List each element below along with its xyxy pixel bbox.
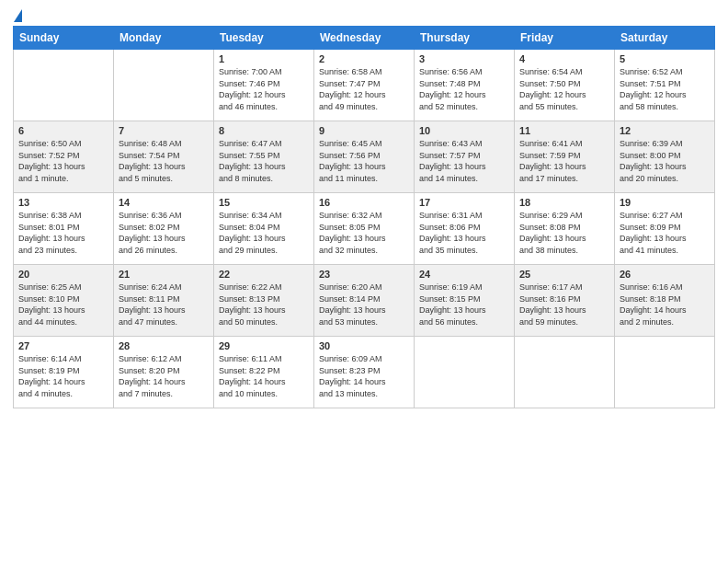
calendar-cell: 14Sunrise: 6:36 AM Sunset: 8:02 PM Dayli… — [114, 193, 214, 265]
day-number: 11 — [519, 125, 609, 136]
calendar-cell — [114, 50, 214, 121]
day-info: Sunrise: 6:16 AM Sunset: 8:18 PM Dayligh… — [620, 282, 710, 327]
calendar-cell — [615, 337, 715, 408]
calendar-cell: 12Sunrise: 6:39 AM Sunset: 8:00 PM Dayli… — [615, 121, 715, 193]
calendar-day-header: Sunday — [14, 27, 114, 50]
calendar-cell: 1Sunrise: 7:00 AM Sunset: 7:46 PM Daylig… — [214, 50, 314, 121]
day-number: 23 — [319, 269, 409, 280]
day-info: Sunrise: 6:38 AM Sunset: 8:01 PM Dayligh… — [18, 210, 108, 256]
day-number: 2 — [319, 53, 409, 64]
day-number: 10 — [419, 125, 509, 136]
day-number: 20 — [18, 269, 108, 280]
day-number: 27 — [18, 340, 108, 351]
day-number: 5 — [620, 53, 710, 64]
day-info: Sunrise: 6:47 AM Sunset: 7:55 PM Dayligh… — [219, 138, 309, 184]
day-info: Sunrise: 6:48 AM Sunset: 7:54 PM Dayligh… — [119, 138, 209, 184]
day-number: 12 — [620, 125, 710, 136]
header — [13, 9, 715, 18]
day-number: 28 — [119, 340, 209, 351]
day-info: Sunrise: 6:29 AM Sunset: 8:08 PM Dayligh… — [519, 210, 609, 256]
day-number: 9 — [319, 125, 409, 136]
calendar-cell: 30Sunrise: 6:09 AM Sunset: 8:23 PM Dayli… — [314, 337, 415, 408]
day-number: 18 — [519, 197, 609, 208]
calendar-week-row: 13Sunrise: 6:38 AM Sunset: 8:01 PM Dayli… — [14, 193, 715, 265]
day-number: 25 — [519, 269, 609, 280]
calendar-cell: 5Sunrise: 6:52 AM Sunset: 7:51 PM Daylig… — [615, 50, 715, 121]
day-number: 24 — [419, 269, 509, 280]
calendar-cell: 3Sunrise: 6:56 AM Sunset: 7:48 PM Daylig… — [415, 50, 515, 121]
calendar-cell: 6Sunrise: 6:50 AM Sunset: 7:52 PM Daylig… — [14, 121, 114, 193]
day-info: Sunrise: 6:50 AM Sunset: 7:52 PM Dayligh… — [18, 138, 108, 184]
calendar-week-row: 20Sunrise: 6:25 AM Sunset: 8:10 PM Dayli… — [14, 265, 715, 337]
calendar-cell: 27Sunrise: 6:14 AM Sunset: 8:19 PM Dayli… — [14, 337, 114, 408]
calendar-cell: 25Sunrise: 6:17 AM Sunset: 8:16 PM Dayli… — [515, 265, 615, 337]
day-info: Sunrise: 6:31 AM Sunset: 8:06 PM Dayligh… — [419, 210, 509, 256]
day-number: 17 — [419, 197, 509, 208]
calendar-day-header: Saturday — [615, 27, 715, 50]
calendar-cell: 9Sunrise: 6:45 AM Sunset: 7:56 PM Daylig… — [314, 121, 415, 193]
calendar-cell: 26Sunrise: 6:16 AM Sunset: 8:18 PM Dayli… — [615, 265, 715, 337]
calendar-day-header: Wednesday — [314, 27, 415, 50]
calendar-cell: 19Sunrise: 6:27 AM Sunset: 8:09 PM Dayli… — [615, 193, 715, 265]
day-number: 8 — [219, 125, 309, 136]
day-number: 29 — [219, 340, 309, 351]
day-number: 16 — [319, 197, 409, 208]
calendar-cell: 18Sunrise: 6:29 AM Sunset: 8:08 PM Dayli… — [515, 193, 615, 265]
day-number: 7 — [119, 125, 209, 136]
day-number: 1 — [219, 53, 309, 64]
calendar-cell: 20Sunrise: 6:25 AM Sunset: 8:10 PM Dayli… — [14, 265, 114, 337]
day-info: Sunrise: 6:17 AM Sunset: 8:16 PM Dayligh… — [519, 282, 609, 327]
calendar-cell — [515, 337, 615, 408]
calendar-cell: 23Sunrise: 6:20 AM Sunset: 8:14 PM Dayli… — [314, 265, 415, 337]
day-number: 3 — [419, 53, 509, 64]
day-number: 19 — [620, 197, 710, 208]
calendar-cell: 11Sunrise: 6:41 AM Sunset: 7:59 PM Dayli… — [515, 121, 615, 193]
calendar-cell: 8Sunrise: 6:47 AM Sunset: 7:55 PM Daylig… — [214, 121, 314, 193]
calendar-header-row: SundayMondayTuesdayWednesdayThursdayFrid… — [14, 27, 715, 50]
day-info: Sunrise: 7:00 AM Sunset: 7:46 PM Dayligh… — [219, 66, 309, 112]
page-container: SundayMondayTuesdayWednesdayThursdayFrid… — [0, 0, 728, 563]
calendar-day-header: Tuesday — [214, 27, 314, 50]
calendar-day-header: Monday — [114, 27, 214, 50]
calendar-cell: 21Sunrise: 6:24 AM Sunset: 8:11 PM Dayli… — [114, 265, 214, 337]
day-info: Sunrise: 6:54 AM Sunset: 7:50 PM Dayligh… — [519, 66, 609, 112]
day-number: 22 — [219, 269, 309, 280]
day-info: Sunrise: 6:56 AM Sunset: 7:48 PM Dayligh… — [419, 66, 509, 112]
calendar-day-header: Thursday — [415, 27, 515, 50]
calendar-cell: 29Sunrise: 6:11 AM Sunset: 8:22 PM Dayli… — [214, 337, 314, 408]
calendar-cell — [415, 337, 515, 408]
day-number: 30 — [319, 340, 409, 351]
day-info: Sunrise: 6:25 AM Sunset: 8:10 PM Dayligh… — [18, 282, 108, 327]
calendar-cell: 13Sunrise: 6:38 AM Sunset: 8:01 PM Dayli… — [14, 193, 114, 265]
day-info: Sunrise: 6:52 AM Sunset: 7:51 PM Dayligh… — [620, 66, 710, 112]
calendar-week-row: 27Sunrise: 6:14 AM Sunset: 8:19 PM Dayli… — [14, 337, 715, 408]
calendar-cell: 10Sunrise: 6:43 AM Sunset: 7:57 PM Dayli… — [415, 121, 515, 193]
day-info: Sunrise: 6:34 AM Sunset: 8:04 PM Dayligh… — [219, 210, 309, 256]
day-info: Sunrise: 6:41 AM Sunset: 7:59 PM Dayligh… — [519, 138, 609, 184]
calendar-cell: 4Sunrise: 6:54 AM Sunset: 7:50 PM Daylig… — [515, 50, 615, 121]
day-info: Sunrise: 6:39 AM Sunset: 8:00 PM Dayligh… — [620, 138, 710, 184]
logo — [13, 9, 22, 18]
day-info: Sunrise: 6:58 AM Sunset: 7:47 PM Dayligh… — [319, 66, 409, 112]
day-info: Sunrise: 6:36 AM Sunset: 8:02 PM Dayligh… — [119, 210, 209, 256]
day-info: Sunrise: 6:20 AM Sunset: 8:14 PM Dayligh… — [319, 282, 409, 327]
day-info: Sunrise: 6:24 AM Sunset: 8:11 PM Dayligh… — [119, 282, 209, 327]
calendar-table: SundayMondayTuesdayWednesdayThursdayFrid… — [13, 26, 715, 408]
day-info: Sunrise: 6:19 AM Sunset: 8:15 PM Dayligh… — [419, 282, 509, 327]
calendar-week-row: 6Sunrise: 6:50 AM Sunset: 7:52 PM Daylig… — [14, 121, 715, 193]
calendar-cell: 7Sunrise: 6:48 AM Sunset: 7:54 PM Daylig… — [114, 121, 214, 193]
day-info: Sunrise: 6:11 AM Sunset: 8:22 PM Dayligh… — [219, 353, 309, 399]
day-number: 21 — [119, 269, 209, 280]
calendar-cell: 17Sunrise: 6:31 AM Sunset: 8:06 PM Dayli… — [415, 193, 515, 265]
day-info: Sunrise: 6:32 AM Sunset: 8:05 PM Dayligh… — [319, 210, 409, 256]
calendar-cell: 2Sunrise: 6:58 AM Sunset: 7:47 PM Daylig… — [314, 50, 415, 121]
day-number: 26 — [620, 269, 710, 280]
calendar-cell: 22Sunrise: 6:22 AM Sunset: 8:13 PM Dayli… — [214, 265, 314, 337]
calendar-cell: 15Sunrise: 6:34 AM Sunset: 8:04 PM Dayli… — [214, 193, 314, 265]
day-info: Sunrise: 6:12 AM Sunset: 8:20 PM Dayligh… — [119, 353, 209, 399]
day-number: 6 — [18, 125, 108, 136]
logo-triangle-icon — [14, 9, 22, 22]
calendar-cell: 28Sunrise: 6:12 AM Sunset: 8:20 PM Dayli… — [114, 337, 214, 408]
day-info: Sunrise: 6:22 AM Sunset: 8:13 PM Dayligh… — [219, 282, 309, 327]
day-info: Sunrise: 6:14 AM Sunset: 8:19 PM Dayligh… — [18, 353, 108, 399]
